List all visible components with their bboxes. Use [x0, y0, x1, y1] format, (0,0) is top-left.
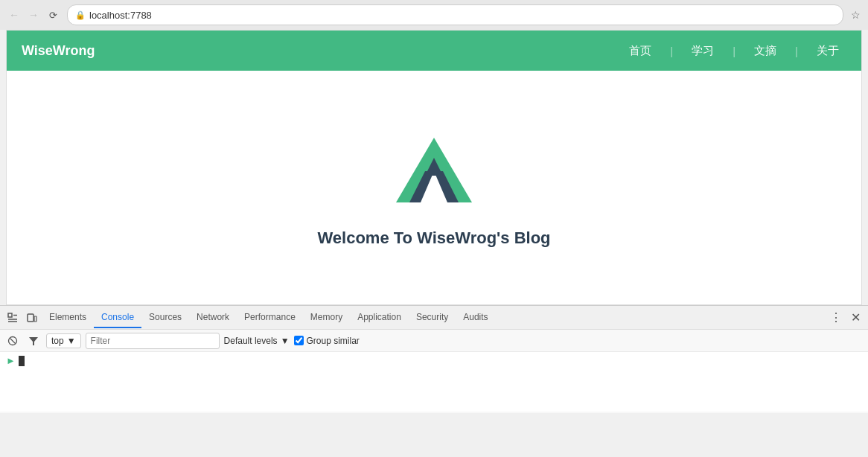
tab-memory[interactable]: Memory: [303, 307, 350, 328]
address-bar-container[interactable]: 🔒: [67, 4, 843, 25]
nav-buttons: ← → ⟳: [6, 7, 61, 23]
console-levels-dropdown[interactable]: Default levels ▼: [224, 336, 290, 346]
chevron-down-icon: ▼: [67, 336, 76, 346]
site-main: Welcome To WiseWrog's Blog: [7, 71, 861, 301]
group-similar-checkbox[interactable]: [294, 336, 304, 345]
nav-separator-2: |: [725, 45, 743, 57]
devtools-close-button[interactable]: ✕: [846, 308, 865, 327]
browser-toolbar: ← → ⟳ 🔒 ☆: [0, 0, 868, 30]
tab-network[interactable]: Network: [189, 307, 237, 328]
console-prompt-arrow: ►: [6, 355, 16, 366]
nav-link-about[interactable]: 关于: [809, 44, 846, 58]
console-bar: top ▼ Default levels ▼ Group similar: [0, 330, 868, 352]
devtools-panel: Elements Console Sources Network Perform…: [0, 305, 868, 413]
tab-elements[interactable]: Elements: [42, 307, 94, 328]
nav-separator-3: |: [788, 45, 805, 57]
group-similar-container: Group similar: [294, 336, 360, 346]
devtools-toolbar: Elements Console Sources Network Perform…: [0, 306, 868, 330]
nav-link-home[interactable]: 首页: [622, 44, 659, 58]
levels-chevron-icon: ▼: [281, 336, 290, 346]
svg-line-12: [10, 338, 16, 343]
browser-chrome: ← → ⟳ 🔒 ☆ WiseWrong 首页 | 学习 | 文摘 | 关于: [0, 0, 868, 413]
tab-sources[interactable]: Sources: [141, 307, 189, 328]
site-nav-links: 首页 | 学习 | 文摘 | 关于: [622, 44, 846, 58]
vue-logo: [389, 124, 479, 214]
console-clear-button[interactable]: [4, 333, 21, 349]
svg-rect-9: [28, 314, 33, 322]
tab-performance[interactable]: Performance: [237, 307, 303, 328]
address-bar-input[interactable]: [89, 10, 835, 21]
reload-button[interactable]: ⟳: [45, 7, 61, 23]
devtools-more-button[interactable]: ⋮: [826, 308, 846, 327]
bookmark-star-button[interactable]: ☆: [849, 7, 862, 22]
svg-rect-5: [8, 313, 12, 317]
site-logo[interactable]: WiseWrong: [22, 43, 95, 59]
svg-marker-13: [29, 337, 38, 345]
nav-link-learn[interactable]: 学习: [684, 44, 721, 58]
svg-rect-10: [34, 316, 36, 322]
site-title: Welcome To WiseWrog's Blog: [317, 228, 550, 248]
tab-application[interactable]: Application: [350, 307, 409, 328]
console-filter-input[interactable]: [86, 333, 220, 349]
console-context-selector[interactable]: top ▼: [46, 333, 81, 348]
devtools-inspect-button[interactable]: [3, 308, 22, 327]
levels-label: Default levels: [224, 336, 278, 346]
console-prompt[interactable]: ►: [6, 355, 25, 366]
back-button[interactable]: ←: [6, 7, 22, 23]
website-content: WiseWrong 首页 | 学习 | 文摘 | 关于: [6, 30, 862, 305]
tab-security[interactable]: Security: [409, 307, 456, 328]
site-nav: WiseWrong 首页 | 学习 | 文摘 | 关于: [7, 31, 861, 71]
console-context-value: top: [51, 336, 64, 346]
devtools-tabs: Elements Console Sources Network Perform…: [42, 307, 826, 328]
console-cursor: [19, 356, 25, 366]
group-similar-label[interactable]: Group similar: [307, 336, 360, 346]
lock-icon: 🔒: [75, 10, 86, 20]
forward-button[interactable]: →: [25, 7, 42, 23]
devtools-device-toggle-button[interactable]: [22, 308, 42, 327]
tab-console[interactable]: Console: [94, 307, 141, 328]
console-content: ►: [0, 352, 868, 412]
console-filter-icon-button[interactable]: [25, 333, 42, 349]
nav-link-digest[interactable]: 文摘: [747, 44, 784, 58]
tab-audits[interactable]: Audits: [456, 307, 495, 328]
nav-separator-1: |: [663, 45, 680, 57]
